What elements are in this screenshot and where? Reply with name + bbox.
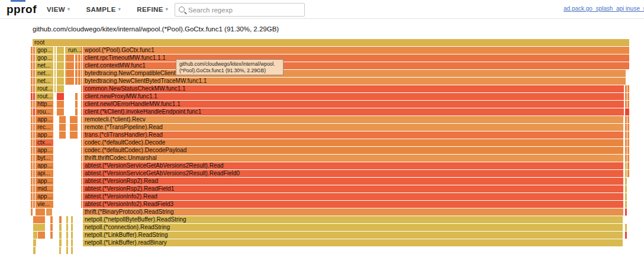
flame-cell-fragment[interactable] bbox=[75, 62, 78, 69]
flame-cell-fragment[interactable] bbox=[50, 232, 53, 239]
flame-cell-fragment[interactable] bbox=[31, 47, 33, 54]
menu-view[interactable]: VIEW ▾ bbox=[47, 6, 70, 13]
flame-cell-fragment[interactable] bbox=[31, 147, 33, 154]
flame-cell-frame[interactable]: codec.(*defaultCodec).Decode bbox=[83, 139, 623, 146]
flame-cell-fragment[interactable] bbox=[70, 131, 78, 139]
search-box[interactable] bbox=[175, 3, 305, 17]
flame-cell-fragment[interactable] bbox=[31, 108, 33, 115]
flame-cell-fragment[interactable] bbox=[31, 85, 33, 92]
flame-cell-frame[interactable]: abtest.(*VersionServiceGetAbVersions2Res… bbox=[83, 170, 623, 177]
flame-cell-fragment[interactable] bbox=[31, 93, 33, 100]
flame-cell-fragment[interactable] bbox=[46, 208, 52, 216]
flame-cell-fragment[interactable] bbox=[78, 62, 80, 69]
flame-cell-caller[interactable]: app... bbox=[36, 147, 53, 154]
flame-cell-fragment[interactable] bbox=[625, 178, 627, 185]
flame-cell-frame[interactable]: run... bbox=[66, 47, 82, 54]
flame-cell-caller[interactable]: rec... bbox=[36, 124, 53, 131]
flame-cell-caller[interactable]: rout... bbox=[36, 93, 53, 100]
menu-refine[interactable]: REFINE ▾ bbox=[137, 6, 168, 13]
flame-cell-fragment[interactable] bbox=[31, 54, 33, 62]
flame-cell-fragment[interactable] bbox=[81, 93, 82, 100]
flame-cell-fragment[interactable] bbox=[625, 116, 627, 123]
flame-cell-fragment[interactable] bbox=[78, 54, 80, 62]
flame-cell-fragment[interactable] bbox=[81, 54, 82, 62]
flame-cell-fragment[interactable] bbox=[81, 139, 82, 146]
flame-cell-fragment[interactable] bbox=[71, 216, 73, 223]
flame-cell-fragment[interactable] bbox=[31, 178, 33, 185]
flame-cell-fragment[interactable] bbox=[31, 162, 33, 169]
flame-cell-fragment[interactable] bbox=[59, 232, 62, 239]
flame-cell-fragment[interactable] bbox=[33, 93, 35, 100]
flame-cell-frame[interactable]: thrift.thriftCodec.Unmarshal bbox=[83, 155, 623, 162]
search-input[interactable] bbox=[187, 6, 304, 14]
flame-cell-frame[interactable]: abtest.(*VersionRsp2).Read bbox=[83, 178, 623, 185]
flame-cell-fragment[interactable] bbox=[66, 216, 68, 223]
flame-cell-fragment[interactable] bbox=[627, 124, 629, 131]
flame-cell-caller[interactable]: ctx.... bbox=[36, 139, 53, 146]
flame-cell-fragment[interactable] bbox=[57, 101, 64, 108]
flame-cell-frame[interactable]: abtest.(*VersionInfo2).ReadField3 bbox=[83, 201, 623, 208]
flame-cell-fragment[interactable] bbox=[627, 170, 629, 177]
flame-cell-fragment[interactable] bbox=[33, 101, 35, 108]
flame-cell-frame[interactable]: abtest.(*VersionServiceGetAbVersions2Res… bbox=[83, 162, 623, 169]
flame-cell-fragment[interactable] bbox=[81, 170, 82, 177]
flame-cell-fragment[interactable] bbox=[81, 124, 82, 131]
flame-cell-fragment[interactable] bbox=[31, 78, 33, 85]
flame-cell-fragment[interactable] bbox=[625, 162, 627, 169]
flame-cell-caller[interactable]: app... bbox=[36, 193, 53, 200]
flame-cell-fragment[interactable] bbox=[57, 47, 64, 54]
flame-cell-fragment[interactable] bbox=[81, 178, 82, 185]
flame-cell-fragment[interactable] bbox=[33, 216, 45, 223]
flame-cell-root[interactable]: root bbox=[33, 39, 629, 46]
flame-cell-fragment[interactable] bbox=[33, 47, 35, 54]
flame-cell-caller[interactable]: app... bbox=[36, 116, 53, 123]
flame-cell-fragment[interactable] bbox=[33, 247, 36, 254]
flame-cell-caller[interactable]: gop... bbox=[36, 47, 53, 54]
flame-cell-fragment[interactable] bbox=[75, 108, 78, 115]
flame-cell-fragment[interactable] bbox=[625, 224, 627, 231]
flame-cell-fragment[interactable] bbox=[59, 239, 62, 246]
flame-cell-fragment[interactable] bbox=[54, 47, 56, 54]
flame-cell-caller[interactable]: app... bbox=[36, 131, 53, 139]
flame-cell-frame[interactable]: netpoll.(*LinkBuffer).readBinary bbox=[83, 239, 623, 246]
flame-cell-fragment[interactable] bbox=[33, 70, 35, 77]
flame-cell-frame[interactable]: client.contextMW.func1 bbox=[83, 62, 629, 69]
flame-cell-fragment[interactable] bbox=[66, 247, 68, 254]
flame-cell-fragment[interactable] bbox=[627, 155, 629, 162]
flame-cell-fragment[interactable] bbox=[31, 116, 33, 123]
flame-cell-frame[interactable]: client.newProxyMW.func1.1 bbox=[83, 93, 624, 100]
flame-cell-caller[interactable]: gop... bbox=[36, 54, 53, 62]
flame-cell-fragment[interactable] bbox=[33, 124, 35, 131]
flame-cell-fragment[interactable] bbox=[625, 85, 627, 92]
flame-cell-fragment[interactable] bbox=[81, 108, 82, 115]
flame-cell-fragment[interactable] bbox=[81, 78, 82, 85]
flame-cell-fragment[interactable] bbox=[33, 162, 35, 169]
flame-cell-fragment[interactable] bbox=[66, 62, 74, 69]
flame-cell-fragment[interactable] bbox=[81, 185, 82, 192]
flame-cell-fragment[interactable] bbox=[625, 108, 629, 115]
flame-cell-fragment[interactable] bbox=[57, 85, 64, 92]
flame-cell-fragment[interactable] bbox=[625, 201, 627, 208]
flame-cell-fragment[interactable] bbox=[31, 131, 33, 139]
flame-cell-fragment[interactable] bbox=[31, 139, 33, 146]
flame-cell-fragment[interactable] bbox=[57, 54, 64, 62]
flame-cell-fragment[interactable] bbox=[54, 62, 56, 69]
flame-cell-fragment[interactable] bbox=[59, 247, 61, 254]
flame-cell-fragment[interactable] bbox=[59, 116, 66, 123]
flame-cell-fragment[interactable] bbox=[627, 162, 629, 169]
flame-cell-fragment[interactable] bbox=[78, 70, 80, 77]
flame-cell-fragment[interactable] bbox=[33, 131, 35, 139]
flame-cell-fragment[interactable] bbox=[71, 247, 73, 254]
flame-cell-caller[interactable]: net... bbox=[36, 62, 53, 69]
flame-cell-fragment[interactable] bbox=[625, 139, 627, 146]
flame-cell-caller[interactable]: vie... bbox=[36, 201, 53, 208]
flame-cell-fragment[interactable] bbox=[31, 193, 33, 200]
flame-cell-caller[interactable]: net... bbox=[36, 78, 53, 85]
flame-cell-frame[interactable]: remotecli.(*client).Recv bbox=[83, 116, 623, 123]
flame-cell-fragment[interactable] bbox=[627, 85, 629, 92]
flame-cell-fragment[interactable] bbox=[57, 108, 64, 115]
flame-cell-caller[interactable]: byt... bbox=[36, 155, 53, 162]
flame-cell-fragment[interactable] bbox=[81, 147, 82, 154]
flame-cell-fragment[interactable] bbox=[57, 70, 64, 77]
flame-cell-fragment[interactable] bbox=[625, 193, 627, 200]
